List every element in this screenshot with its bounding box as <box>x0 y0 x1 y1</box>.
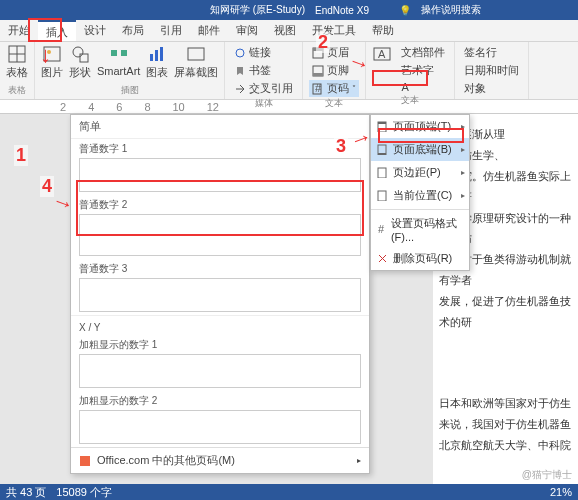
gallery-item-plain2[interactable]: 普通数字 2 <box>71 195 369 259</box>
tab-review[interactable]: 审阅 <box>228 20 266 41</box>
parts-button[interactable]: 文档部件 <box>398 44 448 61</box>
page-margin-icon <box>377 167 388 178</box>
crossref-button[interactable]: 交叉引用 <box>231 80 296 97</box>
link-button[interactable]: 链接 <box>231 44 296 61</box>
svg-point-13 <box>236 49 244 57</box>
annotation-num-1: 1 <box>14 145 28 166</box>
office-icon <box>79 455 91 467</box>
wordart-button[interactable]: 艺术字 <box>398 62 448 79</box>
title-bar: 知网研学 (原E-Study) EndNote X9 💡 操作说明搜索 <box>0 0 578 20</box>
smartart-button[interactable]: SmartArt <box>97 44 140 77</box>
gallery-section-simple: 简单 <box>71 115 369 139</box>
screenshot-icon <box>186 44 206 64</box>
gallery-item-bold2[interactable]: 加粗显示的数字 2 <box>71 391 369 447</box>
svg-rect-9 <box>150 54 153 61</box>
tables-button[interactable]: 表格 <box>6 44 28 80</box>
bookmark-button[interactable]: 书签 <box>231 62 296 79</box>
tab-home[interactable]: 开始 <box>0 20 38 41</box>
dd-current-position[interactable]: 当前位置(C)▸ <box>371 184 469 207</box>
svg-text:#: # <box>378 224 385 235</box>
page-number-button[interactable]: #页码 ˅ <box>309 80 359 97</box>
annotation-num-3: 3 <box>334 136 348 157</box>
textbox-icon: A <box>372 44 392 64</box>
crossref-icon <box>234 83 246 95</box>
app-name-2: EndNote X9 <box>315 5 369 16</box>
svg-rect-7 <box>111 50 117 56</box>
word-count[interactable]: 15089 个字 <box>56 485 112 500</box>
svg-rect-12 <box>188 48 204 60</box>
shapes-button[interactable]: 形状 <box>69 44 91 80</box>
table-icon <box>7 44 27 64</box>
tab-developer[interactable]: 开发工具 <box>304 20 364 41</box>
smartart-icon <box>109 44 129 64</box>
screenshot-button[interactable]: 屏幕截图 <box>174 44 218 80</box>
svg-rect-29 <box>80 456 90 466</box>
tab-mailings[interactable]: 邮件 <box>190 20 228 41</box>
gallery-section-xy: X / Y <box>71 315 369 335</box>
remove-icon <box>377 253 388 264</box>
link-icon <box>234 47 246 59</box>
annotation-num-4: 4 <box>40 176 54 197</box>
object-button[interactable]: 对象 <box>461 80 522 97</box>
svg-rect-23 <box>378 122 386 124</box>
svg-text:A: A <box>378 48 386 60</box>
tab-layout[interactable]: 布局 <box>114 20 152 41</box>
svg-point-4 <box>47 50 51 54</box>
dd-page-margins[interactable]: 页边距(P)▸ <box>371 161 469 184</box>
page-count[interactable]: 共 43 页 <box>6 485 46 500</box>
chart-icon <box>147 44 167 64</box>
dropcap-button[interactable]: A <box>398 80 448 94</box>
svg-text:#: # <box>315 83 322 94</box>
gallery-more-from-office[interactable]: Office.com 中的其他页码(M) ▸ <box>71 447 369 473</box>
gallery-item-bold1[interactable]: 加粗显示的数字 1 <box>71 335 369 391</box>
svg-rect-8 <box>121 50 127 56</box>
svg-rect-26 <box>378 168 386 178</box>
svg-rect-25 <box>378 153 386 155</box>
gallery-item-plain1[interactable]: 普通数字 1 <box>71 139 369 195</box>
svg-rect-11 <box>160 47 163 61</box>
footer-icon <box>312 65 324 77</box>
gallery-item-plain3[interactable]: 普通数字 3 <box>71 259 369 315</box>
dd-format-page-numbers[interactable]: #设置页码格式(F)... <box>371 212 469 247</box>
svg-point-5 <box>73 47 83 57</box>
page-number-gallery: 简单 普通数字 1 普通数字 2 普通数字 3 X / Y 加粗显示的数字 1 … <box>70 114 370 474</box>
dd-bottom-of-page[interactable]: 页面底端(B)▸ <box>371 138 469 161</box>
bookmark-icon <box>234 65 246 77</box>
page-number-dropdown: 页面顶端(T)▸ 页面底端(B)▸ 页边距(P)▸ 当前位置(C)▸ #设置页码… <box>370 114 470 271</box>
status-bar: 共 43 页 15089 个字 21% <box>0 484 578 500</box>
page-bottom-icon <box>377 144 388 155</box>
picture-icon <box>42 44 62 64</box>
ruler: 24681012 <box>0 100 578 114</box>
tab-references[interactable]: 引用 <box>152 20 190 41</box>
cursor-icon <box>377 190 388 201</box>
search-hint[interactable]: 操作说明搜索 <box>421 3 481 17</box>
pagenum-icon: # <box>312 83 324 95</box>
svg-rect-17 <box>313 73 323 76</box>
ribbon-tabs: 开始 插入 设计 布局 引用 邮件 审阅 视图 开发工具 帮助 <box>0 20 578 42</box>
textbox-button[interactable]: A <box>372 44 392 64</box>
signature-button[interactable]: 签名行 <box>461 44 522 61</box>
tab-design[interactable]: 设计 <box>76 20 114 41</box>
svg-rect-10 <box>155 50 158 61</box>
svg-rect-27 <box>378 191 386 201</box>
dd-remove-page-numbers[interactable]: 删除页码(R) <box>371 247 469 270</box>
app-name-1: 知网研学 (原E-Study) <box>210 3 305 17</box>
dd-top-of-page[interactable]: 页面顶端(T)▸ <box>371 115 469 138</box>
shapes-icon <box>70 44 90 64</box>
format-icon: # <box>377 224 386 235</box>
tab-help[interactable]: 帮助 <box>364 20 402 41</box>
tab-insert[interactable]: 插入 <box>38 20 76 41</box>
tab-view[interactable]: 视图 <box>266 20 304 41</box>
svg-rect-3 <box>44 47 60 61</box>
chart-button[interactable]: 图表 <box>146 44 168 80</box>
ribbon: 表格 表格 图片 形状 SmartArt 图表 屏幕截图 插图 链接 书签 交叉… <box>0 42 578 100</box>
page-top-icon <box>377 121 388 132</box>
watermark: @猫宁博士 <box>522 468 572 482</box>
annotation-num-2: 2 <box>316 32 330 53</box>
pictures-button[interactable]: 图片 <box>41 44 63 80</box>
footer-button[interactable]: 页脚 <box>309 62 359 79</box>
workspace: 主鱼逐渐从理 是集仿生学、 的研究。仿生机器鱼实际上是科研 仿生学原理研究设计的… <box>0 114 578 484</box>
zoom-level[interactable]: 21% <box>550 486 572 498</box>
datetime-button[interactable]: 日期和时间 <box>461 62 522 79</box>
